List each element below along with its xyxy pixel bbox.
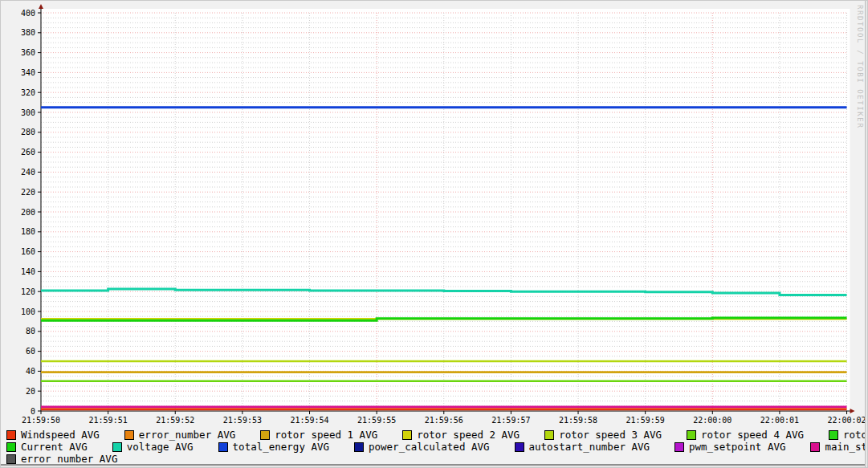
legend-swatch-icon <box>674 442 684 452</box>
y-tick-label: 220 <box>21 188 35 197</box>
legend-label: total_energy AVG <box>233 442 329 453</box>
y-tick-label: 180 <box>21 227 35 236</box>
legend-item: rotor speed 2 AVG <box>402 429 520 441</box>
legend-swatch-icon <box>810 442 820 452</box>
y-tick-label: 360 <box>21 48 35 57</box>
y-tick-label: 140 <box>21 267 35 276</box>
legend-label: Windspeed AVG <box>21 429 100 441</box>
x-tick-label: 21:59:59 <box>626 416 665 425</box>
legend-swatch-icon <box>515 442 524 452</box>
legend-row: Windspeed AVGerror_number AVGrotor speed… <box>6 429 868 441</box>
legend-label: rotor speed 1 AVG <box>275 429 377 441</box>
y-tick-label: 380 <box>21 28 35 37</box>
x-tick-label: 21:59:53 <box>223 416 262 425</box>
x-tick-label: 21:59:52 <box>156 416 194 425</box>
x-tick-label: 21:59:55 <box>357 416 396 425</box>
legend-label: power_calculated AVG <box>369 442 490 453</box>
y-tick-label: 340 <box>21 68 35 77</box>
x-tick-label: 22:00:02 <box>827 416 866 425</box>
legend-swatch-icon <box>6 442 16 452</box>
x-axis-arrow <box>850 409 855 413</box>
legend-item: voltage AVG <box>112 442 194 453</box>
legend-item: power_calculated AVG <box>354 442 490 453</box>
legend-row: error_number AVG <box>6 454 868 465</box>
y-tick-label: 280 <box>21 128 35 136</box>
legend-label: Current AVG <box>21 442 88 453</box>
y-tick-label: 300 <box>21 108 35 117</box>
y-tick-label: 120 <box>21 287 35 296</box>
legend-item: error_number AVG <box>6 454 117 465</box>
legend-label: rotor speed 3 AVG <box>559 429 662 441</box>
legend-label: error_number AVG <box>139 429 235 441</box>
y-tick-label: 160 <box>21 247 35 256</box>
y-tick-label: 100 <box>21 307 35 316</box>
legend-swatch-icon <box>687 430 696 440</box>
legend-swatch-icon <box>829 430 838 440</box>
legend-item: autostart_number AVG <box>515 442 650 453</box>
plot-canvas <box>41 9 850 411</box>
x-tick-label: 21:59:51 <box>89 416 128 425</box>
x-tick-label: 21:59:58 <box>559 416 597 425</box>
legend-swatch-icon <box>354 442 364 452</box>
legend-label: voltage AVG <box>127 442 194 453</box>
legend-swatch-icon <box>260 430 270 440</box>
rrdtool-graph-window: 0204060801001201401601802002202402602803… <box>0 0 868 468</box>
x-tick-label: 21:59:50 <box>22 416 60 425</box>
y-tick-label: 40 <box>26 367 35 376</box>
y-tick-label: 20 <box>26 387 35 396</box>
y-tick-label: 200 <box>21 208 35 217</box>
legend-item: rotor speed 4 AVG <box>687 429 804 441</box>
legend-swatch-icon <box>6 454 16 464</box>
legend-item: main_state_number AVG <box>810 442 868 453</box>
legend-swatch-icon <box>6 430 16 440</box>
y-tick-label: 320 <box>21 88 35 97</box>
legend-swatch-icon <box>112 442 122 452</box>
legend-label: error_number AVG <box>21 454 117 465</box>
legend-row: Current AVGvoltage AVGtotal_energy AVGpo… <box>6 442 868 453</box>
y-axis-arrow <box>39 4 43 9</box>
legend-label: autostart_number AVG <box>529 442 650 453</box>
legend-item: Windspeed AVG <box>6 429 100 441</box>
legend-swatch-icon <box>218 442 228 452</box>
legend-item: rotor speed 3 AVG <box>544 429 662 441</box>
legend-swatch-icon <box>124 430 134 440</box>
x-tick-label: 22:00:01 <box>760 416 799 425</box>
legend-label: rotor speed 2 AVG <box>417 429 520 441</box>
legend-item: rotor speed 1 AVG <box>260 429 377 441</box>
legend-label: pwm_setpoint AVG <box>689 442 785 453</box>
legend-label: rotor speed 4 AVG <box>701 429 804 441</box>
x-tick-label: 21:59:56 <box>425 416 463 425</box>
y-tick-label: 400 <box>21 9 35 18</box>
chart-legend: Windspeed AVGerror_number AVGrotor speed… <box>6 429 868 465</box>
legend-item: rotor speed 5 AVG <box>829 429 868 441</box>
y-tick-label: 0 <box>31 407 35 416</box>
legend-item: Current AVG <box>6 442 88 453</box>
x-tick-label: 21:59:57 <box>491 416 530 425</box>
y-tick-label: 60 <box>26 347 35 356</box>
legend-item: pwm_setpoint AVG <box>674 442 785 453</box>
y-tick-label: 260 <box>21 148 35 157</box>
x-tick-label: 21:59:54 <box>290 416 328 425</box>
x-tick-label: 22:00:00 <box>693 416 731 425</box>
legend-item: error_number AVG <box>124 429 235 441</box>
rrdtool-watermark: RRDTOOL / TOBI OETIKER <box>856 5 864 128</box>
legend-label: main_state_number AVG <box>825 442 868 453</box>
y-tick-label: 240 <box>21 168 35 177</box>
y-tick-label: 80 <box>26 327 35 336</box>
chart-plot-area: 0204060801001201401601802002202402602803… <box>1 1 868 429</box>
legend-swatch-icon <box>402 430 412 440</box>
legend-item: total_energy AVG <box>218 442 329 453</box>
legend-swatch-icon <box>544 430 554 440</box>
